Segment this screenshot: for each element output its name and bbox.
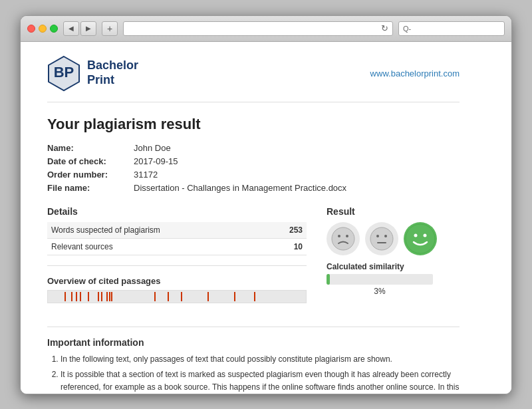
similarity-bar-container <box>327 274 433 285</box>
table-row: Words suspected of plagiarism253 <box>47 222 307 239</box>
smiley-sad <box>327 222 360 255</box>
reload-icon[interactable]: ↻ <box>381 23 388 33</box>
smiley-neutral <box>365 222 398 255</box>
info-row-name: Name: John Doe <box>47 143 460 153</box>
nav-buttons: ◀ ▶ <box>63 21 96 36</box>
content-area: BP Bachelor Print www.bachelorprint.com … <box>21 42 511 394</box>
red-mark <box>234 292 235 301</box>
logo-icon: BP <box>47 55 80 92</box>
date-label: Date of check: <box>47 156 134 166</box>
page-header: BP Bachelor Print www.bachelorprint.com <box>47 55 460 102</box>
overview-bar <box>47 290 307 303</box>
info-table: Name: John Doe Date of check: 2017-09-15… <box>47 143 460 193</box>
result-title: Result <box>327 206 460 217</box>
browser-window: ◀ ▶ + ↻ Q- BP <box>20 15 512 394</box>
svg-point-10 <box>406 224 435 253</box>
search-icon: Q- <box>403 25 411 33</box>
similarity-label: Calculated similarity <box>327 262 460 271</box>
table-row: Relevant sources10 <box>47 238 307 255</box>
smiley-happy <box>404 222 437 255</box>
svg-point-8 <box>384 235 387 237</box>
page-title: Your plagiarism result <box>47 116 460 133</box>
name-label: Name: <box>47 143 134 153</box>
back-button[interactable]: ◀ <box>63 21 79 36</box>
minimize-button[interactable] <box>39 25 47 33</box>
svg-point-3 <box>332 227 354 250</box>
maximize-button[interactable] <box>50 25 58 33</box>
important-section: Important information In the following t… <box>47 337 460 394</box>
page-content: BP Bachelor Print www.bachelorprint.com … <box>21 42 486 394</box>
red-mark <box>181 292 182 301</box>
svg-text:BP: BP <box>54 64 74 80</box>
red-mark <box>207 292 209 301</box>
list-item: It is possible that a section of text is… <box>61 368 460 394</box>
svg-point-12 <box>424 233 427 237</box>
red-mark <box>65 292 66 301</box>
details-table: Words suspected of plagiarism253Relevant… <box>47 222 307 255</box>
close-button[interactable] <box>27 25 35 33</box>
address-bar[interactable]: ↻ <box>123 21 393 36</box>
results-section: Details Words suspected of plagiarism253… <box>47 206 460 317</box>
red-mark <box>109 292 110 301</box>
file-label: File name: <box>47 183 134 193</box>
detail-label: Relevant sources <box>47 238 267 255</box>
date-value: 2017-09-15 <box>134 156 178 166</box>
red-mark <box>168 292 169 301</box>
similarity-section: Calculated similarity 3% <box>327 262 460 296</box>
detail-label: Words suspected of plagiarism <box>47 222 267 239</box>
file-value: Dissertation - Challanges in Management … <box>134 183 346 193</box>
svg-point-7 <box>376 235 379 237</box>
name-value: John Doe <box>134 143 171 153</box>
forward-button[interactable]: ▶ <box>80 21 96 36</box>
important-list: In the following text, only passages of … <box>47 353 460 394</box>
details-title: Details <box>47 206 307 217</box>
svg-point-5 <box>346 235 348 237</box>
red-mark <box>88 292 89 301</box>
info-row-file: File name: Dissertation - Challanges in … <box>47 183 460 193</box>
red-mark <box>76 292 77 301</box>
smiley-faces <box>327 222 460 255</box>
svg-point-6 <box>370 227 393 250</box>
red-mark <box>254 292 255 301</box>
logo-area: BP Bachelor Print <box>47 55 138 92</box>
red-mark <box>98 292 99 301</box>
important-title: Important information <box>47 337 460 348</box>
info-row-date: Date of check: 2017-09-15 <box>47 156 460 166</box>
order-value: 31172 <box>134 170 158 180</box>
detail-value: 10 <box>267 238 307 255</box>
title-bar: ◀ ▶ + ↻ Q- <box>21 16 511 42</box>
red-mark <box>80 292 81 301</box>
svg-point-4 <box>338 235 340 237</box>
search-bar[interactable]: Q- <box>398 21 505 36</box>
new-tab-button[interactable]: + <box>102 21 118 36</box>
red-mark <box>71 292 72 301</box>
red-mark <box>101 292 102 301</box>
overview-section: Overview of cited passages <box>47 276 307 303</box>
website-url: www.bachelorprint.com <box>370 68 460 78</box>
red-mark <box>111 292 112 301</box>
traffic-lights <box>27 25 58 33</box>
similarity-percent: 3% <box>327 287 433 296</box>
list-item: In the following text, only passages of … <box>61 353 460 366</box>
result-panel: Result <box>327 206 460 317</box>
info-row-order: Order number: 31172 <box>47 170 460 180</box>
overview-title: Overview of cited passages <box>47 276 307 286</box>
svg-point-11 <box>414 233 418 237</box>
similarity-bar-fill <box>327 274 330 285</box>
order-label: Order number: <box>47 170 134 180</box>
logo-text: Bachelor Print <box>87 59 138 87</box>
red-mark <box>106 292 108 301</box>
detail-value: 253 <box>267 222 307 239</box>
details-panel: Details Words suspected of plagiarism253… <box>47 206 307 317</box>
red-mark <box>154 292 156 301</box>
